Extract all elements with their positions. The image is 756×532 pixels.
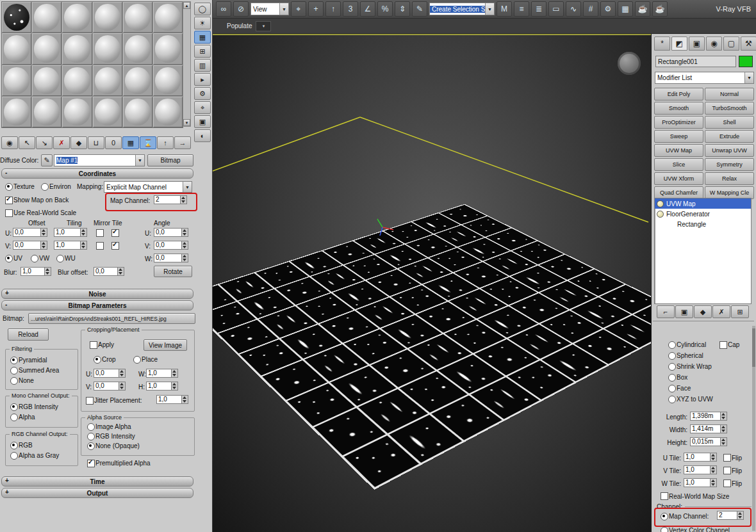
coordinates-rollout[interactable]: - Coordinates <box>1 168 193 179</box>
make-preview-icon[interactable]: ▸ <box>194 73 211 86</box>
visibility-bulb-icon[interactable] <box>657 211 664 218</box>
crop-v-spinner[interactable]: 0,0 <box>94 382 126 391</box>
show-end-result-icon[interactable]: ⌛ <box>140 136 156 149</box>
w-flip-checkbox[interactable] <box>723 480 731 487</box>
rgb-radio[interactable] <box>10 442 18 449</box>
tab-create[interactable]: * <box>654 36 670 51</box>
spinner-arrows-icon[interactable] <box>40 241 47 250</box>
spinner-arrows-icon[interactable] <box>710 465 717 474</box>
rendered-frame-icon[interactable]: ▦ <box>618 1 633 17</box>
tile-u-checkbox[interactable] <box>111 229 119 237</box>
noise-rollout[interactable]: + Noise <box>1 289 193 299</box>
summed-area-radio[interactable] <box>10 367 18 375</box>
modifier-set-button[interactable]: Normal <box>705 88 754 101</box>
go-to-parent-icon[interactable]: ↑ <box>157 136 174 149</box>
select-by-material-icon[interactable]: ⌖ <box>194 101 211 114</box>
scroll-down-icon[interactable]: ▼ <box>183 119 190 126</box>
panel-map-channel-radio[interactable] <box>661 513 668 520</box>
material-id-channel-icon[interactable]: 0 <box>105 136 122 149</box>
spherical-radio[interactable] <box>668 352 676 360</box>
output-rollout[interactable]: + Output <box>1 488 193 498</box>
named-selection-sets-icon[interactable]: ✎ <box>412 1 427 17</box>
mirror-u-checkbox[interactable] <box>96 229 104 237</box>
spinner-arrows-icon[interactable] <box>710 453 717 462</box>
modifier-set-button[interactable]: Edit Poly <box>654 88 703 101</box>
none-opaque-radio[interactable] <box>87 442 95 450</box>
object-name-field[interactable]: Rectangle001 <box>655 56 736 67</box>
spinner-arrows-icon[interactable] <box>181 228 188 237</box>
spinner-arrows-icon[interactable] <box>720 437 727 446</box>
crop-w-spinner[interactable]: 1,0 <box>146 369 178 378</box>
tiling-u-spinner[interactable]: 1,0 <box>54 228 87 237</box>
spinner-arrows-icon[interactable] <box>80 241 87 250</box>
use-real-world-scale-checkbox[interactable] <box>5 209 13 217</box>
modifier-list-combo[interactable]: Modifier List ▼ <box>655 72 754 84</box>
get-material-icon[interactable]: ◉ <box>1 136 18 149</box>
configure-modifier-sets-icon[interactable]: ⊞ <box>731 305 749 318</box>
modifier-set-button[interactable]: W Mapping Cle <box>705 186 754 199</box>
spinner-arrows-icon[interactable] <box>119 369 126 378</box>
angle-v-spinner[interactable]: 0,0 <box>154 241 188 250</box>
mirror-v-checkbox[interactable] <box>96 242 104 250</box>
v-flip-checkbox[interactable] <box>723 467 731 474</box>
modifier-stack-row[interactable]: Rectangle <box>655 219 751 229</box>
bitmap-parameters-rollout[interactable]: - Bitmap Parameters <box>1 300 193 310</box>
width-spinner[interactable]: 1,414m <box>690 424 727 433</box>
time-rollout[interactable]: + Time <box>1 476 193 487</box>
layer-manager-icon[interactable]: ≣ <box>531 1 546 17</box>
face-radio[interactable] <box>668 385 676 392</box>
environ-radio[interactable] <box>41 183 49 191</box>
spinner-arrows-icon[interactable] <box>181 241 188 250</box>
place-radio[interactable] <box>133 356 141 364</box>
material-sample-slot[interactable] <box>32 97 62 127</box>
object-color-swatch[interactable] <box>739 56 753 67</box>
map-channel-spinner[interactable]: 2 <box>154 195 187 204</box>
align-icon[interactable]: ≡ <box>514 1 529 17</box>
modifier-set-button[interactable]: Quad Chamfer <box>654 186 703 199</box>
background-icon[interactable]: ▦ <box>194 31 211 44</box>
spinner-arrows-icon[interactable] <box>720 424 727 433</box>
modifier-stack-row[interactable]: FloorGenerator <box>655 209 751 219</box>
reload-button[interactable]: Reload <box>8 328 49 341</box>
spinner-arrows-icon[interactable] <box>180 195 187 204</box>
angle-u-spinner[interactable]: 0,0 <box>154 228 188 237</box>
material-sample-slot[interactable] <box>32 2 62 33</box>
palette-scrollbar[interactable]: ▲ ▼ <box>183 1 191 127</box>
curve-editor-icon[interactable]: ∿ <box>566 1 581 17</box>
material-sample-slot[interactable] <box>62 97 92 127</box>
material-sample-slot[interactable] <box>93 2 122 33</box>
material-sample-slot[interactable] <box>153 33 183 64</box>
spinner-arrows-icon[interactable] <box>119 382 126 391</box>
select-and-move-icon[interactable]: + <box>308 1 324 17</box>
spinner-arrows-icon[interactable] <box>171 369 178 378</box>
remove-modifier-icon[interactable]: ✗ <box>712 305 730 318</box>
render-setup-icon[interactable]: ⚙ <box>600 1 616 17</box>
modifier-stack-row[interactable]: UVW Map <box>655 198 751 209</box>
material-sample-slot[interactable] <box>32 65 62 96</box>
height-spinner[interactable]: 0,015m <box>690 437 727 446</box>
apply-checkbox[interactable] <box>90 341 97 349</box>
filtering-none-radio[interactable] <box>10 377 18 385</box>
selection-set-combo[interactable]: Create Selection Set ▼ <box>429 3 495 15</box>
sample-type-icon[interactable]: ◯ <box>194 3 211 15</box>
material-sample-slot[interactable] <box>2 65 31 96</box>
real-world-map-size-checkbox[interactable] <box>661 492 668 500</box>
panel-map-channel-spinner[interactable]: 2 <box>717 511 744 520</box>
view-image-button[interactable]: View Image <box>144 339 187 351</box>
v-tile-spinner[interactable]: 1,0 <box>684 465 717 474</box>
visibility-bulb-icon[interactable] <box>657 200 664 207</box>
show-map-on-back-checkbox[interactable] <box>5 197 13 204</box>
crop-radio[interactable] <box>94 356 101 364</box>
angle-snap-icon[interactable]: ∠ <box>360 1 375 17</box>
material-sample-slot[interactable] <box>153 2 183 33</box>
cylindrical-radio[interactable] <box>668 341 676 349</box>
shrink-wrap-radio[interactable] <box>668 363 676 371</box>
vw-radio[interactable] <box>31 255 38 262</box>
spinner-arrows-icon[interactable] <box>171 382 178 391</box>
rotate-button[interactable]: Rotate <box>154 266 192 277</box>
put-to-scene-icon[interactable]: ↖ <box>19 136 35 149</box>
go-forward-sibling-icon[interactable]: → <box>174 136 191 149</box>
jitter-placement-spinner[interactable]: 1,0 <box>156 395 188 404</box>
sample-window-icon[interactable]: ◐ <box>194 129 211 142</box>
angle-w-spinner[interactable]: 0,0 <box>154 254 188 262</box>
